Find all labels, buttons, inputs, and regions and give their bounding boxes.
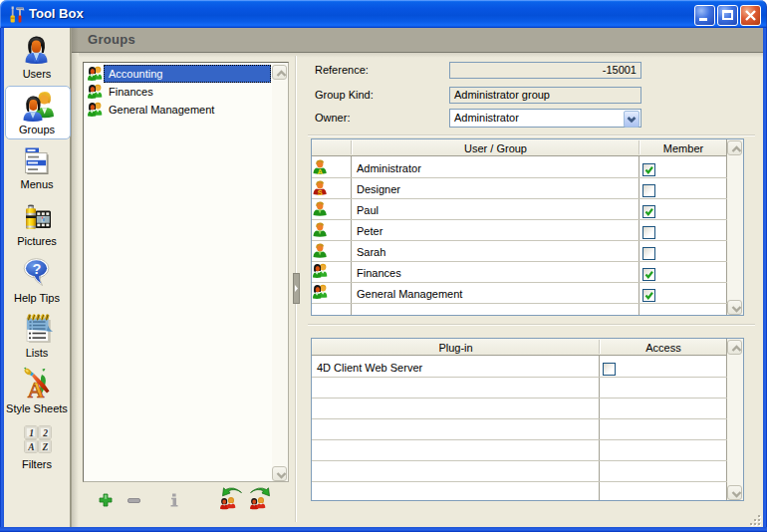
svg-text:Z: Z [42, 442, 49, 452]
svg-text:2: 2 [42, 428, 48, 438]
svg-text:?: ? [33, 261, 42, 277]
svg-text:A: A [27, 442, 34, 452]
svg-text:1: 1 [29, 428, 34, 438]
